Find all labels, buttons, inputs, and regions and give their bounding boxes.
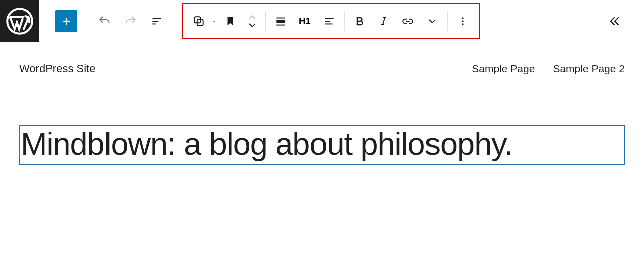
editor-top-toolbar: · (0, 0, 644, 42)
separator-dot-icon: · (211, 15, 218, 27)
list-view-icon (150, 15, 163, 28)
svg-point-18 (462, 17, 463, 19)
editor-canvas: WordPress Site Sample Page Sample Page 2… (0, 42, 644, 165)
site-header: WordPress Site Sample Page Sample Page 2 (19, 62, 625, 75)
block-type-button[interactable] (218, 9, 242, 33)
plus-icon (60, 15, 72, 27)
bold-icon (354, 15, 366, 27)
undo-icon (98, 15, 111, 28)
select-parent-button[interactable] (187, 9, 211, 33)
toolbar-left-group (39, 0, 168, 42)
align-left-icon (323, 15, 336, 28)
svg-rect-9 (276, 20, 285, 22)
move-up-button[interactable] (248, 15, 256, 20)
more-rich-text-button[interactable] (420, 9, 444, 33)
italic-icon (378, 15, 390, 27)
move-block-group (242, 15, 262, 28)
svg-point-19 (462, 20, 463, 22)
block-options-button[interactable] (451, 9, 475, 33)
chevrons-left-icon (608, 14, 622, 28)
toolbar-separator (344, 11, 345, 31)
toolbar-right-group (604, 0, 644, 42)
chevron-down-icon (426, 15, 438, 27)
wordpress-logo-icon (6, 8, 33, 35)
open-sidebar-button[interactable] (604, 10, 626, 32)
group-icon (192, 15, 205, 28)
toolbar-separator (447, 11, 448, 31)
bold-button[interactable] (348, 9, 372, 33)
chevron-down-icon (248, 23, 256, 28)
heading-level-label: H1 (299, 16, 310, 27)
add-block-button[interactable] (55, 10, 77, 32)
heading-level-button[interactable]: H1 (293, 9, 317, 33)
site-title[interactable]: WordPress Site (19, 62, 95, 75)
heading-block-selected[interactable]: Mindblown: a blog about philosophy. (19, 125, 625, 165)
link-button[interactable] (396, 9, 420, 33)
toolbar-separator (265, 11, 266, 31)
align-button[interactable] (269, 9, 293, 33)
bookmark-icon (225, 16, 236, 27)
undo-button[interactable] (93, 10, 116, 32)
block-toolbar: · (182, 3, 480, 39)
heading-text[interactable]: Mindblown: a blog about philosophy. (21, 127, 513, 160)
site-nav: Sample Page Sample Page 2 (472, 63, 625, 75)
wordpress-logo[interactable] (0, 0, 39, 42)
redo-button[interactable] (120, 10, 142, 32)
nav-link[interactable]: Sample Page (472, 63, 535, 75)
redo-icon (124, 15, 137, 28)
align-wide-icon (274, 15, 287, 28)
link-icon (401, 15, 414, 28)
document-overview-button[interactable] (146, 10, 168, 32)
svg-point-20 (462, 23, 463, 25)
svg-line-14 (383, 18, 385, 25)
move-down-button[interactable] (248, 23, 256, 28)
more-vertical-icon (457, 15, 469, 27)
text-align-button[interactable] (317, 9, 341, 33)
italic-button[interactable] (372, 9, 396, 33)
nav-link[interactable]: Sample Page 2 (553, 63, 625, 75)
chevron-up-icon (248, 15, 256, 20)
